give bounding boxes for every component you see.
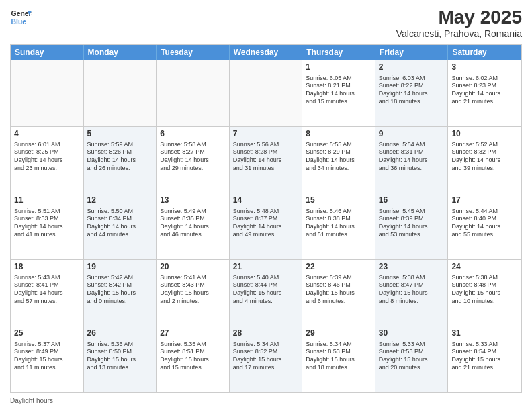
day-number-w1-d6: 10: [451, 129, 518, 140]
title-block: May 2025 Valcanesti, Prahova, Romania: [396, 7, 522, 39]
day-info-w1-d0: Sunrise: 6:01 AM Sunset: 8:25 PM Dayligh…: [14, 141, 63, 171]
calendar-cell-w4-d3: 28Sunrise: 5:34 AM Sunset: 8:52 PM Dayli…: [230, 326, 303, 392]
calendar-header: Sunday Monday Tuesday Wednesday Thursday…: [11, 45, 521, 60]
day-info-w3-d5: Sunrise: 5:38 AM Sunset: 8:47 PM Dayligh…: [379, 274, 428, 304]
day-number-w1-d5: 9: [379, 129, 445, 140]
day-info-w4-d4: Sunrise: 5:34 AM Sunset: 8:53 PM Dayligh…: [306, 340, 355, 371]
calendar-cell-w0-d5: 2Sunrise: 6:03 AM Sunset: 8:22 PM Daylig…: [375, 60, 449, 126]
day-info-w1-d3: Sunrise: 5:56 AM Sunset: 8:28 PM Dayligh…: [233, 141, 282, 171]
calendar-cell-w1-d4: 8Sunrise: 5:55 AM Sunset: 8:29 PM Daylig…: [302, 127, 375, 193]
calendar-row-2: 11Sunrise: 5:51 AM Sunset: 8:33 PM Dayli…: [11, 193, 521, 259]
calendar-cell-w0-d4: 1Sunrise: 6:05 AM Sunset: 8:21 PM Daylig…: [302, 60, 375, 126]
day-info-w2-d6: Sunrise: 5:44 AM Sunset: 8:40 PM Dayligh…: [451, 208, 500, 238]
footer: Daylight hours: [10, 397, 522, 404]
day-info-w2-d2: Sunrise: 5:49 AM Sunset: 8:35 PM Dayligh…: [160, 208, 209, 238]
calendar-cell-w0-d2: [157, 60, 230, 126]
day-info-w0-d4: Sunrise: 6:05 AM Sunset: 8:21 PM Dayligh…: [306, 75, 355, 105]
day-info-w2-d3: Sunrise: 5:48 AM Sunset: 8:37 PM Dayligh…: [233, 208, 282, 238]
day-info-w3-d0: Sunrise: 5:43 AM Sunset: 8:41 PM Dayligh…: [14, 274, 63, 304]
calendar-cell-w2-d6: 17Sunrise: 5:44 AM Sunset: 8:40 PM Dayli…: [448, 193, 521, 259]
calendar-cell-w2-d0: 11Sunrise: 5:51 AM Sunset: 8:33 PM Dayli…: [11, 193, 84, 259]
day-number-w2-d0: 11: [14, 195, 80, 206]
day-number-w3-d5: 23: [379, 262, 445, 273]
calendar-row-4: 25Sunrise: 5:37 AM Sunset: 8:49 PM Dayli…: [11, 326, 521, 392]
calendar-cell-w3-d0: 18Sunrise: 5:43 AM Sunset: 8:41 PM Dayli…: [11, 260, 84, 326]
day-info-w0-d6: Sunrise: 6:02 AM Sunset: 8:23 PM Dayligh…: [451, 75, 500, 105]
calendar-body: 1Sunrise: 6:05 AM Sunset: 8:21 PM Daylig…: [11, 60, 521, 392]
day-number-w4-d6: 31: [451, 328, 518, 339]
calendar-cell-w4-d0: 25Sunrise: 5:37 AM Sunset: 8:49 PM Dayli…: [11, 326, 84, 392]
calendar-row-1: 4Sunrise: 6:01 AM Sunset: 8:25 PM Daylig…: [11, 126, 521, 193]
day-number-w4-d2: 27: [160, 328, 226, 339]
calendar-row-0: 1Sunrise: 6:05 AM Sunset: 8:21 PM Daylig…: [11, 60, 521, 126]
day-info-w3-d4: Sunrise: 5:39 AM Sunset: 8:46 PM Dayligh…: [306, 274, 355, 304]
day-info-w2-d4: Sunrise: 5:46 AM Sunset: 8:38 PM Dayligh…: [306, 208, 355, 238]
day-info-w1-d2: Sunrise: 5:58 AM Sunset: 8:27 PM Dayligh…: [160, 141, 209, 171]
day-info-w1-d5: Sunrise: 5:54 AM Sunset: 8:31 PM Dayligh…: [379, 141, 428, 171]
day-number-w3-d1: 19: [87, 262, 153, 273]
page: General Blue May 2025 Valcanesti, Prahov…: [0, 0, 532, 411]
day-info-w4-d1: Sunrise: 5:36 AM Sunset: 8:50 PM Dayligh…: [87, 340, 136, 371]
logo-icon: General Blue: [10, 7, 32, 28]
calendar-cell-w2-d3: 14Sunrise: 5:48 AM Sunset: 8:37 PM Dayli…: [230, 193, 303, 259]
header-sunday: Sunday: [11, 45, 84, 60]
calendar-cell-w3-d6: 24Sunrise: 5:38 AM Sunset: 8:48 PM Dayli…: [448, 260, 521, 326]
day-number-w3-d2: 20: [160, 262, 226, 273]
day-number-w1-d0: 4: [14, 129, 80, 140]
day-info-w4-d5: Sunrise: 5:33 AM Sunset: 8:53 PM Dayligh…: [379, 340, 428, 371]
calendar-cell-w1-d0: 4Sunrise: 6:01 AM Sunset: 8:25 PM Daylig…: [11, 127, 84, 193]
day-number-w3-d0: 18: [14, 262, 80, 273]
day-number-w0-d4: 1: [306, 62, 371, 73]
calendar-cell-w2-d5: 16Sunrise: 5:45 AM Sunset: 8:39 PM Dayli…: [375, 193, 449, 259]
calendar-cell-w4-d5: 30Sunrise: 5:33 AM Sunset: 8:53 PM Dayli…: [375, 326, 449, 392]
calendar-cell-w3-d1: 19Sunrise: 5:42 AM Sunset: 8:42 PM Dayli…: [84, 260, 157, 326]
day-number-w2-d6: 17: [451, 195, 518, 206]
day-number-w3-d4: 22: [306, 262, 371, 273]
day-info-w3-d1: Sunrise: 5:42 AM Sunset: 8:42 PM Dayligh…: [87, 274, 136, 304]
day-number-w4-d4: 29: [306, 328, 371, 339]
day-info-w3-d2: Sunrise: 5:41 AM Sunset: 8:43 PM Dayligh…: [160, 274, 209, 304]
day-number-w0-d5: 2: [379, 62, 445, 73]
day-number-w3-d6: 24: [451, 262, 518, 273]
calendar-cell-w2-d2: 13Sunrise: 5:49 AM Sunset: 8:35 PM Dayli…: [157, 193, 230, 259]
day-number-w2-d1: 12: [87, 195, 153, 206]
day-number-w4-d3: 28: [233, 328, 299, 339]
footer-text: Daylight hours: [10, 397, 53, 404]
calendar-cell-w0-d0: [11, 60, 84, 126]
calendar-cell-w4-d2: 27Sunrise: 5:35 AM Sunset: 8:51 PM Dayli…: [157, 326, 230, 392]
day-number-w0-d6: 3: [451, 62, 518, 73]
day-number-w4-d5: 30: [379, 328, 445, 339]
calendar-title: May 2025: [396, 7, 522, 28]
day-number-w3-d3: 21: [233, 262, 299, 273]
calendar-cell-w2-d4: 15Sunrise: 5:46 AM Sunset: 8:38 PM Dayli…: [302, 193, 375, 259]
header-wednesday: Wednesday: [230, 45, 303, 60]
day-info-w1-d6: Sunrise: 5:52 AM Sunset: 8:32 PM Dayligh…: [451, 141, 500, 171]
calendar-cell-w4-d4: 29Sunrise: 5:34 AM Sunset: 8:53 PM Dayli…: [302, 326, 375, 392]
calendar-cell-w1-d2: 6Sunrise: 5:58 AM Sunset: 8:27 PM Daylig…: [157, 127, 230, 193]
calendar-cell-w1-d6: 10Sunrise: 5:52 AM Sunset: 8:32 PM Dayli…: [448, 127, 521, 193]
calendar-cell-w3-d4: 22Sunrise: 5:39 AM Sunset: 8:46 PM Dayli…: [302, 260, 375, 326]
calendar-cell-w0-d1: [84, 60, 157, 126]
header-friday: Friday: [375, 45, 449, 60]
day-info-w1-d4: Sunrise: 5:55 AM Sunset: 8:29 PM Dayligh…: [306, 141, 355, 171]
day-info-w4-d6: Sunrise: 5:33 AM Sunset: 8:54 PM Dayligh…: [451, 340, 500, 371]
day-info-w1-d1: Sunrise: 5:59 AM Sunset: 8:26 PM Dayligh…: [87, 141, 136, 171]
day-number-w2-d5: 16: [379, 195, 445, 206]
day-number-w2-d2: 13: [160, 195, 226, 206]
calendar-cell-w1-d1: 5Sunrise: 5:59 AM Sunset: 8:26 PM Daylig…: [84, 127, 157, 193]
day-number-w4-d1: 26: [87, 328, 153, 339]
day-number-w1-d3: 7: [233, 129, 299, 140]
header-saturday: Saturday: [448, 45, 521, 60]
calendar-cell-w3-d2: 20Sunrise: 5:41 AM Sunset: 8:43 PM Dayli…: [157, 260, 230, 326]
day-info-w0-d5: Sunrise: 6:03 AM Sunset: 8:22 PM Dayligh…: [379, 75, 428, 105]
header-monday: Monday: [84, 45, 157, 60]
day-number-w2-d3: 14: [233, 195, 299, 206]
calendar-cell-w4-d1: 26Sunrise: 5:36 AM Sunset: 8:50 PM Dayli…: [84, 326, 157, 392]
day-info-w3-d3: Sunrise: 5:40 AM Sunset: 8:44 PM Dayligh…: [233, 274, 282, 304]
day-info-w4-d2: Sunrise: 5:35 AM Sunset: 8:51 PM Dayligh…: [160, 340, 209, 371]
calendar: Sunday Monday Tuesday Wednesday Thursday…: [10, 44, 522, 393]
header-thursday: Thursday: [302, 45, 375, 60]
day-info-w2-d5: Sunrise: 5:45 AM Sunset: 8:39 PM Dayligh…: [379, 208, 428, 238]
calendar-cell-w1-d3: 7Sunrise: 5:56 AM Sunset: 8:28 PM Daylig…: [230, 127, 303, 193]
calendar-cell-w3-d5: 23Sunrise: 5:38 AM Sunset: 8:47 PM Dayli…: [375, 260, 449, 326]
